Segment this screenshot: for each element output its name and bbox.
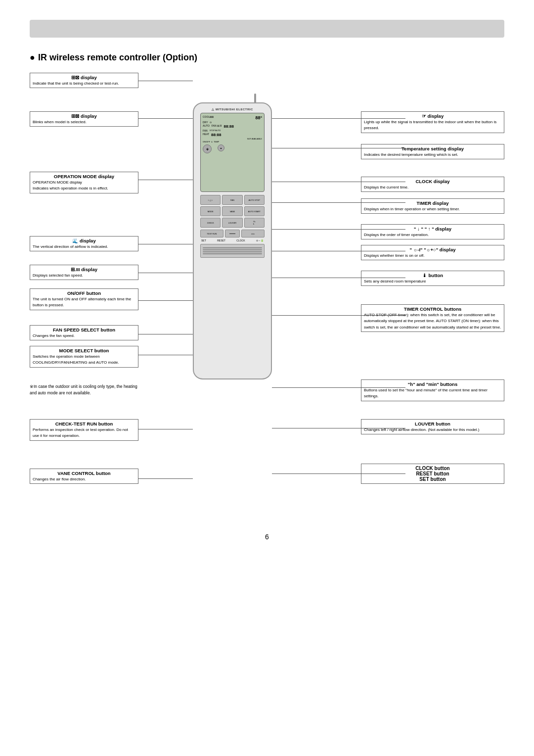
fan-speed-select-title: FAN SPEED SELECT button xyxy=(33,327,135,332)
timer-control-title: TIMER CONTROL buttons xyxy=(364,306,501,312)
check-test-run-text: Performs an inspection check or test ope… xyxy=(33,427,128,438)
remote-screen: COOL⊠⊠ 88° DRY⊙ AUTOFAN ⊞.III88:88 FAN S… xyxy=(200,113,265,192)
temp-button-box: 🌡 button Sets any desired room temperatu… xyxy=(361,271,504,286)
operation-mode-title: OPERATION MODE display xyxy=(33,174,135,179)
connector-check-test-run xyxy=(138,429,193,429)
connector-fan-speed-select xyxy=(138,334,193,334)
connector-h-min xyxy=(272,387,405,388)
top-bar xyxy=(30,20,504,38)
model-select-display-box: ⊞⊠ display Blinks when model is selected… xyxy=(30,111,138,127)
section-title-text: IR wireless remote controller (Option) xyxy=(38,52,197,63)
clock-display-box: CLOCK display Displays the current time. xyxy=(361,177,504,192)
operation-mode-text: OPERATION MODE displayIndicates which op… xyxy=(33,180,108,190)
remote-antenna xyxy=(254,94,256,103)
arrow-display-box: " ↓ " " ↑ " display Displays the order o… xyxy=(361,224,504,239)
fan-speed-display-box: ⊞.III display Displays selected fan spee… xyxy=(30,265,138,280)
connector-fan-speed xyxy=(138,273,193,273)
timer-onoff-display-box: " ☼-I" "☼+○" display Displays whether ti… xyxy=(361,245,504,260)
temp-setting-box: Temperature setting display Indicates th… xyxy=(361,144,504,159)
set-button-label: SET button xyxy=(364,476,501,482)
h-min-buttons-title: "h" and "min" buttons xyxy=(364,381,501,387)
mode-select-text: Switches the operation mode between COOL… xyxy=(33,354,119,365)
mode-select-box: MODE SELECT button Switches the operatio… xyxy=(30,346,138,368)
fan-speed-select-box: FAN SPEED SELECT button Changes the fan … xyxy=(30,325,138,340)
louver-button-title: LOUVER button xyxy=(364,421,501,426)
connector-timer-onoff xyxy=(272,251,405,251)
clock-button-label: CLOCK button xyxy=(364,466,501,471)
timer-display-box: TIMER display Displays when in timer ope… xyxy=(361,198,504,214)
section-title: ● IR wireless remote controller (Option) xyxy=(30,52,504,63)
onoff-button-text: The unit is turned ON and OFF alternatel… xyxy=(33,297,131,307)
timer-display-text: Displays when in timer operation or when… xyxy=(364,207,460,211)
mode-note-text: ※In case the outdoor unit is cooling onl… xyxy=(30,384,137,395)
wifi-display-text: Lights up while the signal is transmitte… xyxy=(364,120,496,130)
model-select-title: ⊞⊠ display xyxy=(33,113,135,119)
h-min-buttons-text: Buttons used to set the "hour and minute… xyxy=(364,388,488,398)
check-test-run-title: CHECK-TEST RUN button xyxy=(33,421,135,426)
connector-timer-display xyxy=(272,202,405,203)
model-select-text: Blinks when model is selected. xyxy=(33,120,87,124)
clock-display-text: Displays the current time. xyxy=(364,185,408,189)
airflow-vertical-text: The vertical direction of airflow is ind… xyxy=(33,244,108,249)
check-test-display-text: Indicate that the unit is being checked … xyxy=(33,81,119,86)
connector-check-test xyxy=(138,81,193,81)
check-test-display-title: ⊞⊠ display xyxy=(33,75,135,80)
mode-select-title: MODE SELECT button xyxy=(33,348,135,353)
fan-speed-select-text: Changes the fan speed. xyxy=(33,333,75,338)
connector-clock-display xyxy=(272,182,405,182)
page: ● IR wireless remote controller (Option)… xyxy=(0,0,534,756)
louver-button-box: LOUVER button Changes left / right airfl… xyxy=(361,419,504,434)
remote-controller: △ MITSUBISHI ELECTRIC COOL⊠⊠ 88° DRY⊙ AU… xyxy=(193,102,272,379)
vane-control-text: Changes the air flow direction. xyxy=(33,477,86,481)
connector-arrow-display xyxy=(272,229,405,230)
operation-mode-box: OPERATION MODE display OPERATION MODE di… xyxy=(30,172,138,193)
timer-onoff-text: Displays whether timer is on or off. xyxy=(364,253,425,258)
connector-clock-reset-set xyxy=(272,473,405,474)
mode-note: ※In case the outdoor unit is cooling onl… xyxy=(30,383,138,396)
bullet-icon: ● xyxy=(30,52,35,63)
wifi-display-box: ☞ display Lights up while the signal is … xyxy=(361,111,504,133)
airflow-vertical-box: 🌊 display The vertical direction of airf… xyxy=(30,236,138,251)
fan-speed-display-title: ⊞.III display xyxy=(33,267,135,272)
connector-operation-mode xyxy=(138,180,193,180)
page-number: 6 xyxy=(30,533,504,541)
timer-onoff-title: " ☼-I" "☼+○" display xyxy=(364,247,501,252)
connector-airflow xyxy=(138,244,193,244)
temp-setting-text: Indicates the desired temperature settin… xyxy=(364,152,458,157)
vane-control-box: VANE CONTROL button Changes the air flow… xyxy=(30,469,138,484)
check-test-display-box: ⊞⊠ display Indicate that the unit is bei… xyxy=(30,73,138,88)
connector-vane xyxy=(138,478,193,479)
connector-wifi xyxy=(272,118,405,119)
onoff-button-title: ON/OFF button xyxy=(33,290,135,296)
timer-control-box: TIMER CONTROL buttons AUTO STOP (OFF tim… xyxy=(361,304,504,332)
connector-model-select xyxy=(138,118,193,119)
temp-setting-title: Temperature setting display xyxy=(364,146,501,151)
h-min-buttons-box: "h" and "min" buttons Buttons used to se… xyxy=(361,379,504,401)
connector-temp-setting xyxy=(272,148,405,148)
connector-temp-button xyxy=(272,278,405,278)
connector-louver xyxy=(272,428,405,428)
onoff-button-box: ON/OFF button The unit is turned ON and … xyxy=(30,288,138,310)
arrow-display-text: Displays the order of timer operation. xyxy=(364,233,429,237)
connector-mode-select xyxy=(138,355,193,355)
diagram-area: △ MITSUBISHI ELECTRIC COOL⊠⊠ 88° DRY⊙ AU… xyxy=(30,73,504,518)
vane-control-title: VANE CONTROL button xyxy=(33,471,135,476)
temp-button-text: Sets any desired room temperature xyxy=(364,279,426,284)
remote-brand: △ MITSUBISHI ELECTRIC xyxy=(212,107,253,111)
check-test-run-box: CHECK-TEST RUN button Performs an inspec… xyxy=(30,419,138,441)
airflow-vertical-title: 🌊 display xyxy=(33,238,135,243)
timer-display-title: TIMER display xyxy=(364,200,501,206)
connector-timer-control xyxy=(272,315,405,316)
fan-speed-display-text: Displays selected fan speed. xyxy=(33,273,83,278)
connector-onoff xyxy=(138,300,193,301)
